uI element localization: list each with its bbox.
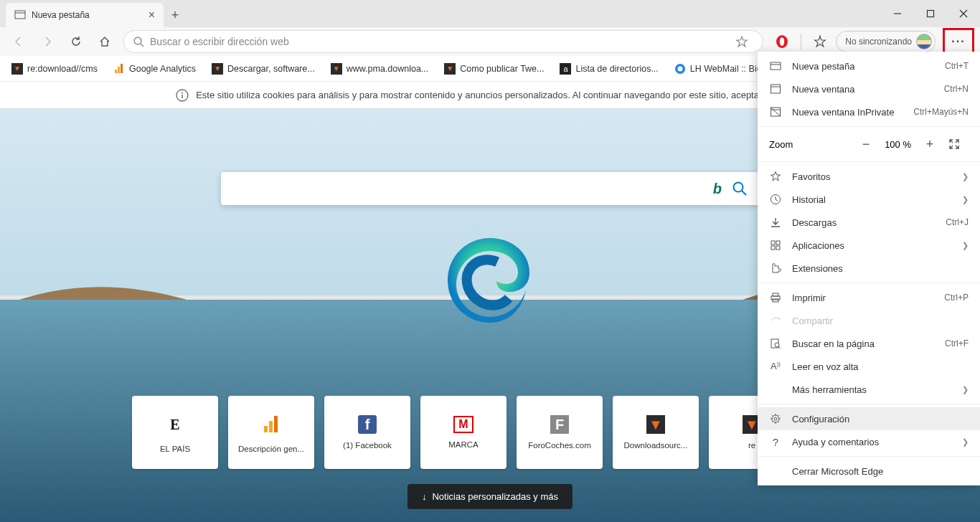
menu-more-tools[interactable]: Más herramientas❯ [758, 378, 980, 401]
menu-extensions[interactable]: Extensiones [758, 257, 980, 280]
tile-item[interactable]: MMARCA [420, 396, 507, 469]
menu-new-window[interactable]: Nueva ventanaCtrl+N [758, 77, 980, 100]
tile-icon [258, 412, 284, 437]
tile-item[interactable]: ▼Downloadsourc... [613, 396, 699, 469]
maximize-button[interactable] [914, 0, 947, 27]
svg-line-20 [742, 191, 746, 195]
minimize-button[interactable] [881, 0, 914, 27]
svg-rect-11 [115, 70, 117, 73]
sync-profile-button[interactable]: No sincronizando [836, 31, 936, 52]
chevron-right-icon: ❯ [962, 195, 969, 204]
search-box[interactable]: b [221, 172, 759, 205]
zoom-out-button[interactable]: − [856, 137, 876, 152]
menu-history[interactable]: Historial❯ [758, 188, 980, 211]
download-icon [769, 217, 782, 228]
separator [758, 404, 980, 404]
bookmark-item[interactable]: Google Analytics [108, 60, 202, 77]
svg-rect-0 [15, 11, 25, 19]
bookmark-item[interactable]: ▼re:download//cms [6, 60, 103, 77]
svg-rect-31 [771, 241, 775, 245]
menu-share: Compartir [758, 309, 980, 332]
extensions-icon [769, 262, 782, 274]
refresh-button[interactable] [63, 29, 89, 54]
tab-favicon [14, 9, 26, 21]
svg-rect-34 [776, 246, 780, 250]
opera-extension-icon[interactable] [769, 29, 795, 54]
svg-rect-3 [928, 11, 934, 17]
star-icon [769, 171, 782, 182]
home-button[interactable] [92, 29, 118, 54]
menu-downloads[interactable]: DescargasCtrl+J [758, 211, 980, 234]
svg-rect-23 [269, 421, 273, 432]
favorite-star-icon[interactable] [735, 35, 754, 48]
svg-rect-32 [776, 241, 780, 245]
menu-apps[interactable]: Aplicaciones❯ [758, 234, 980, 257]
svg-rect-24 [274, 416, 278, 432]
address-placeholder: Buscar o escribir dirección web [150, 36, 735, 47]
tile-icon: E [162, 412, 188, 437]
tile-item[interactable]: EEL PAÍS [132, 396, 218, 469]
tile-item[interactable]: f(1) Facebook [324, 396, 410, 469]
svg-point-6 [134, 37, 141, 44]
menu-new-tab[interactable]: Nueva pestañaCtrl+T [758, 54, 980, 77]
menu-settings[interactable]: Configuración [758, 407, 980, 430]
chevron-right-icon: ❯ [962, 385, 969, 394]
chevron-right-icon: ❯ [962, 437, 969, 447]
tile-icon: f [358, 415, 377, 434]
svg-rect-25 [771, 62, 781, 70]
menu-favorites[interactable]: Favoritos❯ [758, 165, 980, 188]
svg-rect-12 [118, 67, 120, 73]
close-window-button[interactable] [947, 0, 980, 27]
find-icon [769, 338, 782, 349]
menu-close-edge[interactable]: Cerrar Microsoft Edge [758, 460, 980, 483]
print-icon [769, 292, 782, 303]
bing-icon: b [713, 181, 722, 197]
search-icon[interactable] [732, 181, 748, 196]
back-button[interactable] [6, 29, 32, 54]
titlebar: Nueva pestaña × + [0, 0, 980, 27]
bookmark-item[interactable]: ▼www.pma.downloa... [325, 60, 435, 77]
separator [758, 456, 980, 457]
menu-print[interactable]: ImprimirCtrl+P [758, 286, 980, 309]
zoom-in-button[interactable]: + [920, 137, 940, 152]
app-menu: Nueva pestañaCtrl+T Nueva ventanaCtrl+N … [758, 52, 980, 485]
apps-icon [769, 239, 782, 251]
zoom-value: 100 % [885, 139, 911, 150]
tile-item[interactable]: FForoCoches.com [517, 396, 603, 469]
svg-rect-27 [771, 85, 781, 93]
chevron-right-icon: ❯ [962, 172, 969, 181]
tab-current[interactable]: Nueva pestaña × [6, 3, 164, 27]
menu-help[interactable]: ?Ayuda y comentarios❯ [758, 430, 980, 453]
svg-point-15 [677, 66, 682, 71]
menu-read-aloud[interactable]: A))Leer en voz alta [758, 355, 980, 378]
window-controls [881, 0, 980, 27]
news-button[interactable]: ↓ Noticias personalizadas y más [407, 484, 573, 509]
svg-point-9 [780, 37, 784, 46]
new-window-icon [769, 83, 782, 95]
avatar-icon [916, 34, 932, 49]
sync-label: No sincronizando [845, 37, 912, 47]
svg-rect-13 [121, 64, 123, 73]
tab-close-icon[interactable]: × [149, 9, 155, 22]
forward-button[interactable] [34, 29, 60, 54]
bookmark-item[interactable]: ▼Descargar, software... [206, 60, 321, 77]
search-icon [133, 36, 144, 47]
separator [758, 283, 980, 283]
collections-icon[interactable] [807, 29, 833, 54]
arrow-down-icon: ↓ [422, 491, 427, 502]
svg-line-7 [141, 44, 143, 47]
tile-icon: M [453, 416, 473, 433]
svg-rect-22 [264, 426, 268, 432]
bookmark-item[interactable]: aLista de directorios... [554, 60, 664, 77]
address-bar[interactable]: Buscar o escribir dirección web [123, 30, 763, 53]
menu-find[interactable]: Buscar en la páginaCtrl+F [758, 332, 980, 355]
bookmark-item[interactable]: ▼Como publicar Twe... [438, 60, 550, 77]
fullscreen-button[interactable] [948, 138, 969, 150]
menu-new-inprivate[interactable]: Nueva ventana InPrivateCtrl+Mayús+N [758, 100, 980, 123]
new-tab-button[interactable]: + [164, 3, 187, 27]
tile-item[interactable]: Descripción gen... [228, 396, 314, 469]
gear-icon [769, 413, 782, 424]
svg-point-17 [182, 92, 183, 93]
edge-logo [443, 231, 537, 324]
separator [801, 34, 801, 49]
